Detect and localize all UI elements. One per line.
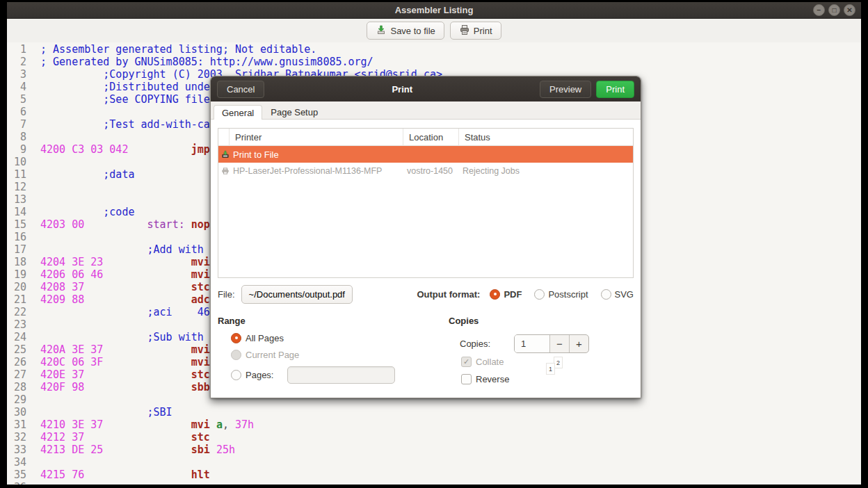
printer-row[interactable]: Print to File (218, 146, 633, 163)
code-segment (185, 218, 191, 231)
line-number: 4 (7, 81, 26, 93)
code-segment: hlt (191, 469, 210, 481)
code-segment (84, 281, 191, 293)
radio-pages[interactable] (231, 370, 241, 380)
line-number: 5 (7, 93, 26, 106)
code-segment: 4215 76 (40, 469, 84, 481)
printer-col-icon (218, 129, 230, 146)
line-number: 31 (7, 418, 26, 431)
format-option-postscript[interactable]: Postscript (534, 289, 588, 300)
line-number: 13 (7, 193, 26, 206)
line-number: 1 (7, 43, 26, 56)
code-line: 30 ;SBI (7, 406, 861, 418)
collate-label: Collate (476, 357, 504, 367)
code-segment: stc (191, 281, 210, 293)
close-button[interactable]: ✕ (844, 4, 855, 16)
printer-col-location[interactable]: Location (403, 129, 459, 146)
line-number: 29 (7, 393, 26, 406)
copies-increment-button[interactable]: + (569, 335, 588, 352)
line-number: 34 (7, 456, 26, 469)
code-segment (103, 418, 191, 431)
print-toolbar-button[interactable]: Print (450, 22, 501, 40)
copies-heading: Copies (449, 316, 634, 330)
radio-svg[interactable] (601, 289, 611, 300)
range-heading: Range (218, 316, 449, 330)
line-number: 32 (7, 431, 26, 444)
save-to-file-label: Save to file (390, 26, 435, 36)
line-number: 19 (7, 268, 26, 281)
printer-col-printer[interactable]: Printer (230, 129, 403, 146)
line-number: 33 (7, 444, 26, 456)
code-segment: 420A 3E 37 (40, 343, 103, 356)
copies-label: Copies: (460, 339, 514, 349)
pages-input[interactable] (287, 366, 395, 384)
code-segment (103, 256, 191, 268)
printer-rows: Print to FileHP-LaserJet-Professional-M1… (218, 146, 633, 179)
minimize-button[interactable]: − (813, 4, 825, 16)
code-segment: ;Sub with c (40, 331, 216, 343)
range-label-pages: Pages: (246, 370, 273, 380)
printer-col-status[interactable]: Status (459, 129, 633, 146)
toolbar: Save to file Print (7, 19, 861, 42)
code-line: 34 (7, 456, 861, 469)
output-format-label: Output format: (417, 289, 480, 300)
code-segment: 4200 C3 03 042 (40, 143, 128, 156)
copies-value[interactable]: 1 (515, 335, 549, 352)
code-segment (84, 431, 191, 444)
code-segment: adc (191, 293, 210, 306)
line-number: 28 (7, 381, 26, 393)
code-segment: a (216, 418, 223, 431)
line-number: 6 (7, 106, 26, 118)
code-segment: 4203 00 (40, 218, 84, 231)
print-dialog-tabs: GeneralPage Setup (211, 101, 641, 120)
preview-button[interactable]: Preview (540, 81, 591, 98)
tab-page-setup[interactable]: Page Setup (262, 104, 326, 119)
code-segment: 420F 98 (40, 381, 84, 393)
line-number: 20 (7, 281, 26, 293)
code-segment: 4210 3E 37 (40, 418, 103, 431)
radio-all-pages[interactable] (231, 333, 241, 343)
maximize-button[interactable]: □ (828, 4, 840, 16)
cancel-button[interactable]: Cancel (217, 81, 264, 98)
line-number: 9 (7, 143, 26, 156)
radio-current-page (231, 350, 241, 360)
code-segment (84, 381, 191, 393)
print-button[interactable]: Print (596, 81, 634, 98)
format-option-svg[interactable]: SVG (601, 289, 634, 300)
collate-page-1: 1 (546, 363, 555, 375)
format-option-pdf[interactable]: PDF (490, 289, 522, 300)
code-segment: 4206 06 46 (40, 268, 103, 281)
code-line: 36 (7, 481, 861, 485)
line-number: 22 (7, 306, 26, 318)
printer-cell-location: vostro-1450 (403, 166, 459, 176)
format-label: PDF (504, 289, 522, 300)
line-number: 36 (7, 481, 26, 485)
output-format-options: PDFPostscriptSVG (490, 289, 634, 300)
code-segment: mvi (191, 268, 210, 281)
code-segment: 420E 37 (40, 368, 84, 381)
code-segment (103, 268, 191, 281)
line-number: 14 (7, 206, 26, 218)
file-path-button[interactable]: ~/Documents/output.pdf (241, 285, 353, 304)
copies-section: Copies Copies: 1 − + ✓ Collate Reverse (449, 316, 634, 388)
line-number: 8 (7, 131, 26, 143)
code-segment: 4208 37 (40, 281, 84, 293)
code-segment: , (223, 418, 235, 431)
tab-general[interactable]: General (214, 105, 262, 120)
code-segment (103, 444, 191, 456)
reverse-checkbox[interactable] (461, 374, 472, 384)
copies-decrement-button[interactable]: − (549, 335, 569, 352)
range-section: Range All PagesCurrent PagePages: (218, 316, 449, 388)
printer-row[interactable]: HP-LaserJet-Professional-M1136-MFPvostro… (218, 163, 633, 179)
radio-postscript[interactable] (534, 289, 545, 300)
code-segment: ; Assembler generated listing; Not edita… (40, 43, 316, 56)
printer-icon (218, 166, 230, 176)
save-to-file-button[interactable]: Save to file (367, 22, 444, 40)
save-icon (376, 24, 387, 38)
line-number: 26 (7, 356, 26, 368)
radio-pdf[interactable] (490, 289, 500, 300)
code-segment: ;Distributed under (40, 81, 216, 93)
code-segment: stc (191, 368, 210, 381)
code-line: 1; Assembler generated listing; Not edit… (7, 43, 861, 56)
print-toolbar-label: Print (474, 26, 492, 36)
